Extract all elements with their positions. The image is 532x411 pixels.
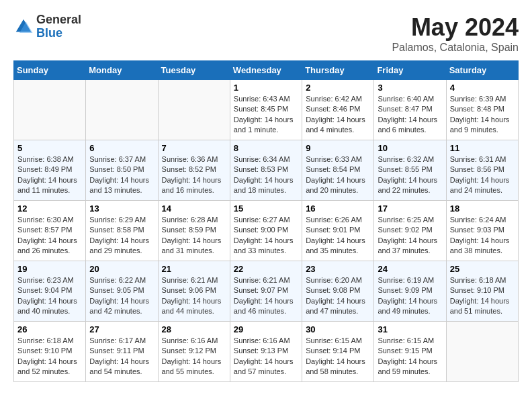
day-number: 25: [450, 264, 515, 274]
weekday-header: Sunday: [14, 61, 86, 80]
calendar-cell: 3Sunrise: 6:40 AM Sunset: 8:47 PM Daylig…: [374, 80, 446, 140]
day-info: Sunrise: 6:22 AM Sunset: 9:05 PM Dayligh…: [89, 275, 154, 317]
calendar-cell: 2Sunrise: 6:42 AM Sunset: 8:46 PM Daylig…: [302, 80, 374, 140]
day-number: 17: [378, 203, 442, 214]
day-info: Sunrise: 6:37 AM Sunset: 8:50 PM Dayligh…: [89, 154, 154, 196]
calendar-cell: 4Sunrise: 6:39 AM Sunset: 8:48 PM Daylig…: [446, 80, 518, 140]
weekday-header: Monday: [86, 61, 158, 80]
day-info: Sunrise: 6:15 AM Sunset: 9:15 PM Dayligh…: [378, 336, 442, 377]
day-info: Sunrise: 6:30 AM Sunset: 8:57 PM Dayligh…: [17, 215, 82, 257]
day-number: 5: [17, 143, 82, 153]
calendar-table: SundayMondayTuesdayWednesdayThursdayFrid…: [13, 60, 519, 382]
day-info: Sunrise: 6:16 AM Sunset: 9:12 PM Dayligh…: [162, 336, 226, 377]
calendar-cell: 28Sunrise: 6:16 AM Sunset: 9:12 PM Dayli…: [158, 322, 230, 382]
calendar-cell: 31Sunrise: 6:15 AM Sunset: 9:15 PM Dayli…: [374, 322, 446, 382]
day-info: Sunrise: 6:27 AM Sunset: 9:00 PM Dayligh…: [234, 215, 298, 257]
calendar-cell: 13Sunrise: 6:29 AM Sunset: 8:58 PM Dayli…: [86, 201, 158, 261]
calendar-week-row: 19Sunrise: 6:23 AM Sunset: 9:04 PM Dayli…: [14, 261, 519, 322]
day-info: Sunrise: 6:26 AM Sunset: 9:01 PM Dayligh…: [306, 215, 370, 257]
day-number: 10: [378, 143, 442, 153]
day-info: Sunrise: 6:34 AM Sunset: 8:53 PM Dayligh…: [234, 154, 298, 196]
day-info: Sunrise: 6:42 AM Sunset: 8:46 PM Dayligh…: [306, 94, 370, 136]
calendar-week-row: 1Sunrise: 6:43 AM Sunset: 8:45 PM Daylig…: [14, 80, 519, 140]
day-info: Sunrise: 6:17 AM Sunset: 9:11 PM Dayligh…: [89, 336, 154, 377]
calendar-cell: 12Sunrise: 6:30 AM Sunset: 8:57 PM Dayli…: [14, 201, 86, 261]
month-title: May 2024: [392, 13, 519, 42]
calendar-cell: 9Sunrise: 6:33 AM Sunset: 8:54 PM Daylig…: [302, 140, 374, 201]
day-info: Sunrise: 6:32 AM Sunset: 8:55 PM Dayligh…: [378, 154, 442, 196]
day-number: 29: [234, 324, 298, 334]
day-number: 3: [378, 83, 442, 93]
calendar-cell: 27Sunrise: 6:17 AM Sunset: 9:11 PM Dayli…: [86, 322, 158, 382]
calendar-cell: 16Sunrise: 6:26 AM Sunset: 9:01 PM Dayli…: [302, 201, 374, 261]
day-info: Sunrise: 6:40 AM Sunset: 8:47 PM Dayligh…: [378, 94, 442, 136]
day-info: Sunrise: 6:16 AM Sunset: 9:13 PM Dayligh…: [234, 336, 298, 377]
calendar-cell: 8Sunrise: 6:34 AM Sunset: 8:53 PM Daylig…: [230, 140, 302, 201]
day-number: 21: [162, 264, 226, 274]
logo-blue: Blue: [36, 27, 81, 40]
day-number: 27: [89, 324, 154, 334]
day-info: Sunrise: 6:38 AM Sunset: 8:49 PM Dayligh…: [17, 154, 82, 196]
day-number: 30: [306, 324, 370, 334]
calendar-cell: [86, 80, 158, 140]
day-number: 12: [17, 203, 82, 214]
day-info: Sunrise: 6:36 AM Sunset: 8:52 PM Dayligh…: [162, 154, 226, 196]
day-info: Sunrise: 6:29 AM Sunset: 8:58 PM Dayligh…: [89, 215, 154, 257]
day-number: 26: [17, 324, 82, 334]
location: Palamos, Catalonia, Spain: [392, 42, 519, 54]
day-number: 15: [234, 203, 298, 214]
day-info: Sunrise: 6:15 AM Sunset: 9:14 PM Dayligh…: [306, 336, 370, 377]
day-number: 16: [306, 203, 370, 214]
weekday-header: Thursday: [302, 61, 374, 80]
day-info: Sunrise: 6:21 AM Sunset: 9:06 PM Dayligh…: [162, 275, 226, 317]
day-number: 6: [89, 143, 154, 153]
calendar-week-row: 5Sunrise: 6:38 AM Sunset: 8:49 PM Daylig…: [14, 140, 519, 201]
calendar-cell: 7Sunrise: 6:36 AM Sunset: 8:52 PM Daylig…: [158, 140, 230, 201]
calendar-cell: 30Sunrise: 6:15 AM Sunset: 9:14 PM Dayli…: [302, 322, 374, 382]
calendar-cell: 24Sunrise: 6:19 AM Sunset: 9:09 PM Dayli…: [374, 261, 446, 322]
day-number: 31: [378, 324, 442, 334]
day-number: 9: [306, 143, 370, 153]
calendar-cell: 22Sunrise: 6:21 AM Sunset: 9:07 PM Dayli…: [230, 261, 302, 322]
day-info: Sunrise: 6:21 AM Sunset: 9:07 PM Dayligh…: [234, 275, 298, 317]
calendar-cell: [446, 322, 518, 382]
day-number: 1: [234, 83, 298, 93]
calendar-cell: 10Sunrise: 6:32 AM Sunset: 8:55 PM Dayli…: [374, 140, 446, 201]
calendar-cell: 19Sunrise: 6:23 AM Sunset: 9:04 PM Dayli…: [14, 261, 86, 322]
calendar-cell: 5Sunrise: 6:38 AM Sunset: 8:49 PM Daylig…: [14, 140, 86, 201]
page-header: General Blue May 2024 Palamos, Catalonia…: [13, 13, 519, 54]
day-info: Sunrise: 6:31 AM Sunset: 8:56 PM Dayligh…: [450, 154, 515, 196]
day-info: Sunrise: 6:39 AM Sunset: 8:48 PM Dayligh…: [450, 94, 515, 136]
weekday-header-row: SundayMondayTuesdayWednesdayThursdayFrid…: [14, 61, 519, 80]
day-number: 13: [89, 203, 154, 214]
day-number: 2: [306, 83, 370, 93]
calendar-cell: 1Sunrise: 6:43 AM Sunset: 8:45 PM Daylig…: [230, 80, 302, 140]
weekday-header: Tuesday: [158, 61, 230, 80]
logo-icon: [13, 17, 34, 37]
day-number: 18: [450, 203, 515, 214]
day-number: 4: [450, 83, 515, 93]
day-number: 19: [17, 264, 82, 274]
calendar-cell: 26Sunrise: 6:18 AM Sunset: 9:10 PM Dayli…: [14, 322, 86, 382]
calendar-cell: 23Sunrise: 6:20 AM Sunset: 9:08 PM Dayli…: [302, 261, 374, 322]
day-info: Sunrise: 6:19 AM Sunset: 9:09 PM Dayligh…: [378, 275, 442, 317]
calendar-cell: 6Sunrise: 6:37 AM Sunset: 8:50 PM Daylig…: [86, 140, 158, 201]
calendar-cell: 25Sunrise: 6:18 AM Sunset: 9:10 PM Dayli…: [446, 261, 518, 322]
logo-text: General Blue: [36, 13, 81, 40]
calendar-cell: [158, 80, 230, 140]
calendar-cell: 15Sunrise: 6:27 AM Sunset: 9:00 PM Dayli…: [230, 201, 302, 261]
calendar-cell: 17Sunrise: 6:25 AM Sunset: 9:02 PM Dayli…: [374, 201, 446, 261]
weekday-header: Wednesday: [230, 61, 302, 80]
day-number: 11: [450, 143, 515, 153]
day-info: Sunrise: 6:28 AM Sunset: 8:59 PM Dayligh…: [162, 215, 226, 257]
calendar-cell: 21Sunrise: 6:21 AM Sunset: 9:06 PM Dayli…: [158, 261, 230, 322]
calendar-cell: 11Sunrise: 6:31 AM Sunset: 8:56 PM Dayli…: [446, 140, 518, 201]
calendar-cell: [14, 80, 86, 140]
day-number: 7: [162, 143, 226, 153]
calendar-cell: 20Sunrise: 6:22 AM Sunset: 9:05 PM Dayli…: [86, 261, 158, 322]
day-number: 22: [234, 264, 298, 274]
day-info: Sunrise: 6:43 AM Sunset: 8:45 PM Dayligh…: [234, 94, 298, 136]
day-number: 20: [89, 264, 154, 274]
day-info: Sunrise: 6:23 AM Sunset: 9:04 PM Dayligh…: [17, 275, 82, 317]
calendar-cell: 29Sunrise: 6:16 AM Sunset: 9:13 PM Dayli…: [230, 322, 302, 382]
